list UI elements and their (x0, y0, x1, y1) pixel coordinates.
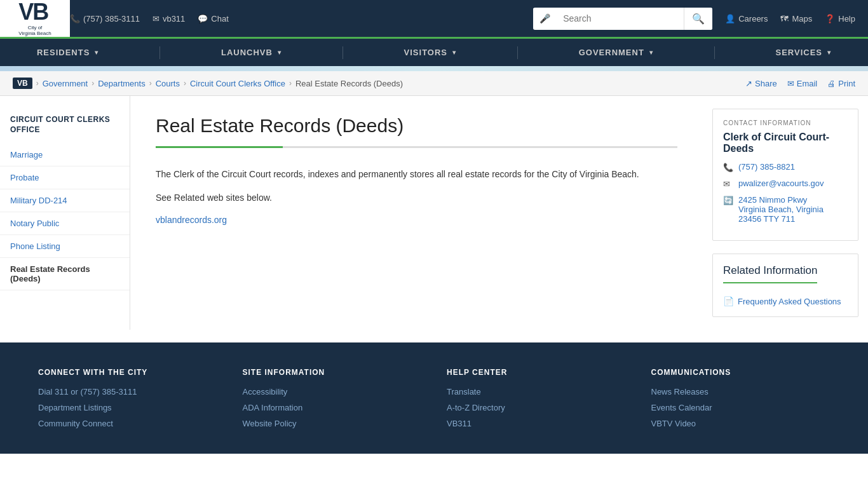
chevron-down-icon: ▾ (95, 49, 98, 56)
sidebar-nav: Marriage Probate Military DD-214 Notary … (0, 144, 130, 290)
share-icon: ↗ (745, 79, 752, 88)
contact-phone-link[interactable]: (757) 385-8821 (738, 162, 795, 172)
chat-link[interactable]: 💬 Chat (198, 14, 228, 24)
main-layout: Circuit Court Clerks Office Marriage Pro… (0, 96, 868, 330)
help-link[interactable]: ❓ Help (825, 14, 855, 24)
phone-icon: 📞 (70, 14, 80, 24)
search-area: 🎤 🔍 (533, 8, 712, 30)
breadcrumb: VB › Government › Departments › Courts ›… (13, 78, 403, 89)
logo-box[interactable]: VB City ofVirginia Beach (0, 0, 70, 37)
main-nav: RESIDENTS ▾ LAUNCHVB ▾ VISITORS ▾ GOVERN… (0, 37, 868, 66)
breadcrumb-circuit-court[interactable]: Circuit Court Clerks Office (190, 79, 285, 88)
search-button[interactable]: 🔍 (684, 8, 712, 30)
footer-col-connect: CONNECT WITH THE CITY Dial 311 or (757) … (38, 368, 217, 435)
breadcrumb-sep: › (36, 79, 39, 88)
contact-phone: 📞 (757) 385-8821 (723, 162, 848, 172)
sidebar-item-real-estate[interactable]: Real Estate Records (Deeds) (0, 258, 130, 290)
search-input[interactable] (557, 8, 684, 29)
breadcrumb-government[interactable]: Government (43, 79, 88, 88)
chevron-down-icon: ▾ (452, 49, 456, 56)
related-box: Related Information 📄 Frequently Asked Q… (712, 254, 858, 317)
contact-address-link[interactable]: 2425 Nimmo Pkwy Virginia Beach, Virginia… (738, 195, 848, 224)
search-bar: 🎤 🔍 (533, 8, 712, 30)
sidebar-item-military[interactable]: Military DD-214 (0, 189, 130, 212)
breadcrumb-sep: › (184, 79, 186, 88)
logo-city-text: City ofVirginia Beach (18, 25, 51, 36)
breadcrumb-bar: VB › Government › Departments › Courts ›… (0, 71, 868, 96)
help-icon: ❓ (825, 14, 835, 24)
footer-link-departments[interactable]: Department Listings (38, 403, 217, 412)
print-link[interactable]: 🖨 Print (827, 79, 855, 88)
main-content: Real Estate Records (Deeds) The Clerk of… (130, 96, 703, 330)
vblandrecords-link[interactable]: vblandrecords.org (156, 215, 227, 225)
footer-link-news[interactable]: News Releases (651, 387, 831, 396)
page-title: Real Estate Records (Deeds) (156, 115, 677, 137)
careers-link[interactable]: 👤 Careers (725, 14, 768, 24)
footer-col-communications: COMMUNICATIONS News Releases Events Cale… (651, 368, 831, 435)
footer-link-events[interactable]: Events Calendar (651, 403, 831, 412)
top-header: VB City ofVirginia Beach 📞 (757) 385-311… (0, 0, 868, 37)
list-item: Phone Listing (0, 235, 130, 258)
footer-link-translate[interactable]: Translate (447, 387, 626, 396)
footer-col-help: HELP CENTER Translate A-to-Z Directory V… (447, 368, 626, 435)
right-sidebar: CONTACT INFORMATION Clerk of Circuit Cou… (703, 96, 868, 330)
careers-icon: 👤 (725, 14, 735, 24)
contact-email: ✉ pwalizer@vacourts.gov (723, 179, 848, 189)
breadcrumb-vb-badge: VB (13, 78, 32, 89)
print-icon: 🖨 (827, 79, 836, 88)
sidebar-item-phone[interactable]: Phone Listing (0, 235, 130, 258)
document-icon: 📄 (723, 296, 734, 306)
email-icon: ✉ (153, 14, 159, 24)
list-item: Notary Public (0, 212, 130, 235)
phone-link[interactable]: 📞 (757) 385-3111 (70, 14, 140, 24)
breadcrumb-actions: ↗ Share ✉ Email 🖨 Print (745, 79, 855, 88)
contact-address: 🔄 2425 Nimmo Pkwy Virginia Beach, Virgin… (723, 195, 848, 224)
nav-launchvb[interactable]: LAUNCHVB ▾ (208, 39, 294, 66)
nav-visitors[interactable]: VISITORS ▾ (391, 39, 469, 66)
nav-residents[interactable]: RESIDENTS ▾ (24, 39, 111, 66)
share-link[interactable]: ↗ Share (745, 79, 777, 88)
footer-link-vbtv[interactable]: VBTV Video (651, 419, 831, 428)
footer-col-title: COMMUNICATIONS (651, 368, 831, 377)
content-paragraph-2: See Related web sites below. (156, 191, 677, 205)
footer-link-dial311[interactable]: Dial 311 or (757) 385-3111 (38, 387, 217, 396)
footer-link-accessibility[interactable]: Accessibility (243, 387, 422, 396)
contact-email-link[interactable]: pwalizer@vacourts.gov (738, 179, 824, 188)
related-link-item: 📄 Frequently Asked Questions (723, 296, 848, 306)
breadcrumb-sep: › (289, 79, 292, 88)
breadcrumb-departments[interactable]: Departments (98, 79, 145, 88)
sidebar-item-marriage[interactable]: Marriage (0, 144, 130, 166)
maps-icon: 🗺 (780, 14, 789, 24)
top-contact-links: 📞 (757) 385-3111 ✉ vb311 💬 Chat (70, 14, 533, 24)
nav-divider (159, 46, 160, 59)
footer: CONNECT WITH THE CITY Dial 311 or (757) … (0, 342, 868, 454)
nav-services[interactable]: SERVICES ▾ (763, 39, 844, 66)
footer-link-community[interactable]: Community Connect (38, 419, 217, 428)
breadcrumb-current: Real Estate Records (Deeds) (295, 79, 403, 88)
footer-link-website-policy[interactable]: Website Policy (243, 419, 422, 428)
maps-link[interactable]: 🗺 Maps (780, 14, 812, 24)
list-item: Military DD-214 (0, 189, 130, 212)
footer-link-ada[interactable]: ADA Information (243, 403, 422, 412)
chevron-down-icon: ▾ (649, 49, 653, 56)
related-title: Related Information (723, 264, 817, 283)
sidebar-item-probate[interactable]: Probate (0, 166, 130, 189)
chat-icon: 💬 (198, 14, 208, 24)
footer-link-vb311[interactable]: VB311 (447, 419, 626, 428)
mic-button[interactable]: 🎤 (533, 8, 557, 29)
vb311-link[interactable]: ✉ vb311 (153, 14, 185, 24)
hero-strip (0, 66, 868, 71)
breadcrumb-sep: › (149, 79, 152, 88)
breadcrumb-sep: › (92, 79, 94, 88)
nav-divider (714, 46, 715, 59)
email-link[interactable]: ✉ Email (787, 79, 818, 88)
footer-link-atoz[interactable]: A-to-Z Directory (447, 403, 626, 412)
sidebar-title: Circuit Court Clerks Office (0, 109, 130, 144)
sidebar-item-notary[interactable]: Notary Public (0, 212, 130, 235)
nav-government[interactable]: GOVERNMENT ▾ (566, 39, 666, 66)
faq-link[interactable]: Frequently Asked Questions (738, 297, 841, 306)
list-item: Marriage (0, 144, 130, 166)
list-item: Probate (0, 166, 130, 189)
breadcrumb-courts[interactable]: Courts (156, 79, 180, 88)
title-underline (156, 146, 677, 148)
